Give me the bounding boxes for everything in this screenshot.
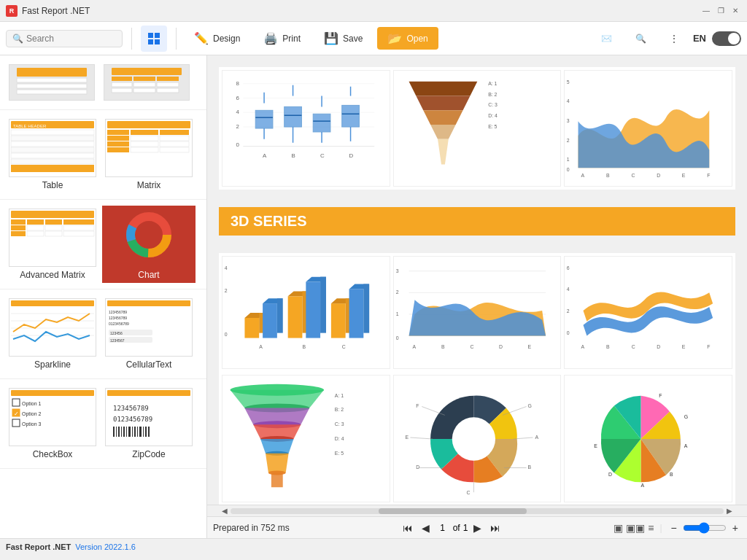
minimize-button[interactable]: —	[700, 5, 712, 17]
sidebar-thumb-top-left	[9, 64, 95, 101]
content-scroll[interactable]: 8 6 4 2 0 A B C D	[207, 55, 747, 505]
charts-row-3d: 4 2 0 A B C	[222, 256, 732, 369]
search-input[interactable]	[26, 34, 114, 44]
svg-rect-43	[11, 211, 94, 218]
design-button[interactable]: ✏️ Design	[185, 27, 249, 50]
sidebar-row-4: Option 1 ✓ Option 2 Option 3 CheckBox	[0, 379, 206, 469]
svg-text:A: A	[581, 173, 585, 178]
sidebar-label-advanced-matrix: Advanced Matrix	[20, 270, 85, 280]
svg-text:B: B	[527, 465, 531, 470]
sidebar-item-advanced-matrix[interactable]: Advanced Matrix	[6, 206, 99, 283]
svg-rect-31	[131, 130, 158, 135]
hscrollbar-track[interactable]	[231, 508, 724, 514]
language-selector[interactable]: EN	[693, 33, 706, 44]
sidebar-item-sparkline[interactable]: Sparkline	[6, 295, 99, 373]
current-page-input[interactable]	[436, 523, 450, 533]
svg-text:123456789: 123456789	[109, 310, 127, 314]
print-button[interactable]: 🖨️ Print	[255, 27, 309, 50]
svg-text:D: D	[657, 173, 661, 178]
hscroll-left-button[interactable]: ◀	[219, 507, 231, 515]
sidebar-item-zipcode[interactable]: 123456789 0123456789	[102, 385, 196, 462]
svg-rect-68	[106, 299, 192, 356]
last-page-button[interactable]: ⏭	[487, 521, 503, 535]
svg-text:E: 5: E: 5	[488, 124, 497, 129]
save-button[interactable]: 💾 Save	[315, 27, 371, 50]
hscroll-right-button[interactable]: ▶	[724, 507, 735, 515]
svg-rect-48	[11, 225, 26, 230]
svg-point-230	[452, 417, 495, 460]
email-icon: ✉️	[601, 34, 612, 44]
two-page-button[interactable]: ▣▣	[626, 522, 645, 534]
svg-text:1: 1	[567, 157, 570, 162]
first-page-button[interactable]: ⏮	[400, 521, 416, 535]
svg-text:1: 1	[395, 311, 398, 316]
open-button[interactable]: 📂 Open	[377, 27, 438, 50]
svg-text:G: G	[684, 414, 688, 419]
svg-text:Option 1: Option 1	[22, 401, 42, 407]
svg-text:A: A	[412, 344, 416, 349]
more-button[interactable]: ⋮	[661, 29, 687, 48]
sidebar-thumb-sparkline	[9, 298, 96, 357]
separator-1	[131, 28, 132, 50]
svg-text:0: 0	[236, 141, 240, 148]
svg-text:B: B	[302, 344, 306, 349]
svg-rect-93	[121, 427, 122, 437]
close-button[interactable]: ✕	[729, 5, 741, 17]
sidebar-item-chart[interactable]: Chart	[102, 206, 196, 283]
svg-rect-104	[223, 71, 389, 186]
svg-text:4: 4	[225, 265, 228, 271]
sidebar-label-zipcode: ZipCode	[132, 449, 165, 459]
sidebar-item-top-right[interactable]	[101, 61, 193, 104]
email-button[interactable]: ✉️	[592, 29, 621, 48]
sidebar-label-sparkline: Sparkline	[34, 359, 71, 370]
sidebar-item-cellular[interactable]: 123456789 123456789 0123456789 123456 12…	[102, 295, 196, 373]
sidebar-row-1: TABLE HEADER Table	[0, 110, 206, 200]
charts-section-1: 8 6 4 2 0 A B C D	[219, 67, 735, 190]
svg-text:E: E	[595, 443, 598, 448]
next-page-button[interactable]: ▶	[471, 521, 484, 535]
prepared-time: Prepared in 752 ms	[213, 523, 290, 533]
main-layout: TABLE HEADER Table	[0, 55, 747, 538]
prev-page-button[interactable]: ◀	[419, 521, 433, 535]
hscrollbar-thumb[interactable]	[379, 508, 527, 514]
sidebar: TABLE HEADER Table	[0, 55, 207, 538]
svg-text:B: B	[606, 173, 610, 178]
svg-rect-14	[157, 82, 179, 87]
svg-text:B: B	[292, 152, 295, 159]
maximize-button[interactable]: ❐	[715, 5, 727, 17]
grid-view-button[interactable]	[141, 26, 167, 52]
section-3d-header: 3D SERIES	[219, 207, 735, 236]
svg-rect-17	[157, 88, 179, 93]
svg-text:123456789: 123456789	[113, 405, 149, 412]
zoom-out-button[interactable]: −	[668, 521, 680, 535]
svg-rect-55	[63, 231, 94, 236]
zoom-slider[interactable]	[683, 522, 727, 534]
status-message: Prepared in 752 ms	[213, 523, 290, 533]
svg-text:0123456789: 0123456789	[109, 322, 129, 326]
single-page-button[interactable]: ▣	[614, 522, 623, 534]
search-box[interactable]: 🔍	[6, 30, 123, 47]
sidebar-thumb-chart	[105, 209, 193, 267]
find-button[interactable]: 🔍	[627, 29, 655, 48]
sidebar-item-checkbox[interactable]: Option 1 ✓ Option 2 Option 3 CheckBox	[6, 385, 99, 462]
sidebar-item-top-left[interactable]	[6, 61, 98, 104]
continuous-button[interactable]: ≡	[648, 522, 654, 534]
svg-text:D: 4: D: 4	[488, 113, 498, 118]
svg-rect-102	[145, 427, 147, 437]
svg-text:F: F	[659, 393, 662, 398]
zoom-in-button[interactable]: +	[729, 521, 741, 535]
sidebar-thumb-table: TABLE HEADER	[9, 119, 96, 177]
theme-toggle[interactable]	[712, 31, 741, 46]
svg-rect-94	[123, 427, 125, 437]
svg-rect-175	[306, 282, 320, 338]
svg-text:B: B	[441, 344, 445, 349]
svg-text:C: C	[632, 173, 635, 178]
sidebar-item-table[interactable]: TABLE HEADER Table	[6, 116, 99, 193]
svg-rect-4	[17, 68, 87, 77]
titlebar: R Fast Report .NET — ❐ ✕	[0, 0, 747, 22]
sidebar-item-matrix[interactable]: Matrix	[102, 116, 196, 193]
horizontal-scrollbar[interactable]: ◀ ▶	[207, 505, 747, 516]
version-link[interactable]: Version 2022.1.6	[75, 542, 136, 551]
svg-rect-51	[63, 225, 94, 230]
svg-rect-22	[11, 136, 94, 141]
